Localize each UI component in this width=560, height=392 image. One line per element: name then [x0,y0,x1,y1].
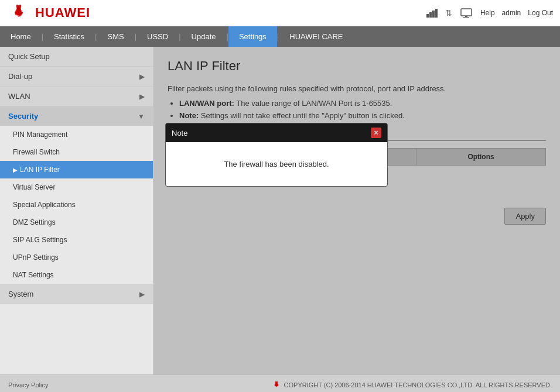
modal-title: Note [172,129,187,137]
sidebar-section-system: System ▶ [0,284,153,304]
nav-statistics[interactable]: Statistics [43,26,95,47]
sidebar-item-special-applications[interactable]: Special Applications [0,196,153,214]
svg-text:⇅: ⇅ [445,8,452,18]
nav-settings[interactable]: Settings [228,26,277,47]
main-layout: Quick Setup Dial-up ▶ WLAN ▶ Security ▼ … [0,47,560,374]
username: admin [502,9,521,17]
sidebar-item-dmz-settings[interactable]: DMZ Settings [0,214,153,231]
sidebar: Quick Setup Dial-up ▶ WLAN ▶ Security ▼ … [0,47,153,374]
modal-message: The firewall has been disabled. [224,160,329,169]
sidebar-item-security[interactable]: Security ▼ [0,106,153,126]
signal-icon [426,8,441,18]
modal-close-button[interactable]: × [371,128,381,138]
brand-name: HUAWEI [35,5,90,20]
privacy-policy-link[interactable]: Privacy Policy [8,381,48,388]
sidebar-section-security: Security ▼ PIN Management Firewall Switc… [0,106,153,284]
transfer-icon: ⇅ [445,8,456,18]
chevron-down-icon: ▼ [138,112,145,121]
nav-huawei-care[interactable]: HUAWEI CARE [279,26,353,47]
sidebar-label-security: Security [8,112,38,121]
sidebar-item-dialup[interactable]: Dial-up ▶ [0,67,153,86]
help-link[interactable]: Help [480,9,495,17]
sidebar-items-security: PIN Management Firewall Switch LAN IP Fi… [0,126,153,284]
nav-ussd[interactable]: USSD [136,26,179,47]
sidebar-item-system[interactable]: System ▶ [0,284,153,304]
svg-rect-11 [435,9,438,18]
status-icons: ⇅ [426,8,473,18]
sidebar-item-wlan[interactable]: WLAN ▶ [0,87,153,106]
svg-rect-14 [465,16,467,17]
content-area: LAN IP Filter Filter packets using the f… [153,47,560,374]
sidebar-item-sip-alg-settings[interactable]: SIP ALG Settings [0,231,153,249]
nav-bar: Home | Statistics | SMS | USSD | Update … [0,26,560,47]
sidebar-item-quick-setup[interactable]: Quick Setup [0,47,153,66]
logout-link[interactable]: Log Out [528,9,553,17]
sidebar-label-dialup: Dial-up [8,72,32,81]
sidebar-section-dialup: Dial-up ▶ [0,67,153,87]
svg-rect-15 [463,17,469,18]
svg-rect-13 [461,9,472,16]
sidebar-section-wlan: WLAN ▶ [0,87,153,106]
sidebar-label-quick-setup: Quick Setup [8,52,50,61]
sidebar-item-upnp-settings[interactable]: UPnP Settings [0,249,153,266]
sidebar-section-quick-setup: Quick Setup [0,47,153,67]
huawei-logo-icon [7,4,30,22]
sidebar-item-virtual-server[interactable]: Virtual Server [0,178,153,196]
screen-icon [460,8,473,18]
svg-rect-10 [432,11,435,18]
chevron-right-icon: ▶ [139,73,145,81]
nav-sms[interactable]: SMS [97,26,134,47]
chevron-right-icon: ▶ [139,92,145,101]
modal-overlay: Note × The firewall has been disabled. [153,47,560,374]
modal-header: Note × [166,123,387,142]
top-bar: HUAWEI ⇅ Help admin Log Out [0,0,560,26]
sidebar-item-lan-ip-filter[interactable]: LAN IP Filter [0,161,153,178]
nav-update[interactable]: Update [181,26,227,47]
footer-copyright: COPYRIGHT (C) 2006-2014 HUAWEI TECHNOLOG… [284,381,552,388]
sidebar-label-system: System [8,290,33,298]
svg-rect-9 [429,12,432,18]
sidebar-label-wlan: WLAN [8,92,30,101]
footer-logo: COPYRIGHT (C) 2006-2014 HUAWEI TECHNOLOG… [271,381,552,389]
footer-huawei-icon [271,381,282,389]
top-right-controls: ⇅ Help admin Log Out [426,8,553,18]
svg-rect-8 [426,14,429,18]
sidebar-item-pin-management[interactable]: PIN Management [0,126,153,143]
chevron-right-icon: ▶ [139,290,145,298]
sidebar-item-nat-settings[interactable]: NAT Settings [0,266,153,284]
modal-body: The firewall has been disabled. [166,142,387,186]
note-modal: Note × The firewall has been disabled. [165,123,388,187]
footer: Privacy Policy COPYRIGHT (C) 2006-2014 H… [0,374,560,392]
logo: HUAWEI [7,4,90,22]
nav-home[interactable]: Home [0,26,42,47]
sidebar-item-firewall-switch[interactable]: Firewall Switch [0,143,153,161]
